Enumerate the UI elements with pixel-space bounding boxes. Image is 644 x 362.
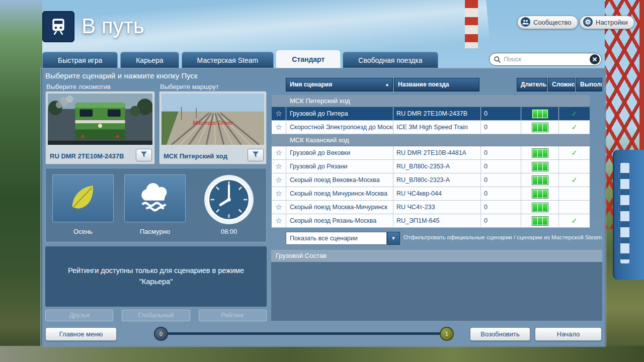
scenario-slider-track[interactable] xyxy=(162,332,446,335)
rating-button-1[interactable]: Друзья xyxy=(45,310,113,321)
tab-bar: Быстрая играКарьераМастерская SteamСтанд… xyxy=(42,50,438,68)
rating-notice-line2: "Карьера" xyxy=(139,277,173,288)
background-grass xyxy=(0,346,644,362)
difficulty-bars xyxy=(521,187,558,200)
consist-title: Грузовой Состав xyxy=(271,250,602,262)
slider-handle-max[interactable]: 1 xyxy=(440,327,454,341)
chevron-down-icon[interactable]: ▼ xyxy=(387,232,400,245)
tab-4[interactable]: Стандарт xyxy=(276,50,340,68)
duration-value: 0 xyxy=(480,121,521,134)
scenario-table-body: МСК Питерский ход☆Грузовой до ПитераRU D… xyxy=(272,95,590,228)
rating-button-3[interactable]: Рейтинг xyxy=(199,310,267,321)
route-thumbnail: Мастерс Driver xyxy=(162,94,264,145)
train-name: RU ЧС4т-233 xyxy=(393,201,480,214)
weather-label: Пасмурно xyxy=(124,228,186,235)
tab-2[interactable]: Карьера xyxy=(120,52,179,68)
favorite-star-icon[interactable]: ☆ xyxy=(272,160,286,173)
train-name: ICE 3M High Speed Train xyxy=(393,121,480,134)
scenario-name: Скорый поезд Москва-Мичуринск xyxy=(286,201,393,214)
completed-check-icon: ✓ xyxy=(558,146,590,159)
route-watermark: Мастерс Driver xyxy=(162,120,264,126)
weather-button[interactable] xyxy=(124,174,186,222)
header-duration[interactable]: Длительнос xyxy=(517,78,547,92)
favorite-star-icon[interactable]: ☆ xyxy=(272,107,286,120)
search-box xyxy=(489,53,602,66)
season-label: Осень xyxy=(52,228,114,235)
community-icon xyxy=(521,17,530,28)
rating-button-2[interactable]: Глобальный xyxy=(122,310,190,321)
scenario-row[interactable]: ☆Скорый поезд Рязань-МоскваRU_ЭП1М-6450✓ xyxy=(272,214,590,228)
scenario-row[interactable]: ☆Грузовой до РязаниRU_ВЛ80с-2353-А0 xyxy=(272,160,590,173)
start-button[interactable]: Начало xyxy=(535,327,602,341)
tab-5[interactable]: Свободная поездка xyxy=(343,52,438,68)
train-name: RU ЧС4квр-044 xyxy=(393,187,480,200)
header-scenario-name[interactable]: ▲ Имя сценария xyxy=(286,78,393,92)
instruction-text: Выберите сценарий и нажмите кнопку Пуск xyxy=(45,71,198,80)
duration-value: 0 xyxy=(480,107,521,120)
rating-notice: Рейтинги доступны только для сценариев в… xyxy=(45,246,267,307)
header-train-name[interactable]: Название поезда xyxy=(394,78,479,92)
difficulty-bars xyxy=(521,201,558,214)
background-forest xyxy=(0,0,42,362)
scenario-row[interactable]: ☆Скорый поезд Мичуринск-МоскваRU ЧС4квр-… xyxy=(272,187,590,201)
slider-handle-min[interactable]: 0 xyxy=(154,327,168,341)
scenario-row[interactable]: ☆Грузовой до ПитераRU DMR 2TE10M-2437B0✓ xyxy=(272,107,590,121)
difficulty-bars xyxy=(521,121,558,134)
difficulty-bars xyxy=(521,160,558,173)
difficulty-bars xyxy=(521,173,558,187)
difficulty-bars xyxy=(521,214,558,227)
scenario-row[interactable]: ☆Скоростной Электропоезд до МосквыICE 3M… xyxy=(272,121,590,134)
route-picker[interactable]: Мастерс Driver МСК Питерский ход xyxy=(159,91,267,164)
train-name: RU_ВЛ80с-2353-А xyxy=(393,160,480,173)
resume-button[interactable]: Возобновить xyxy=(470,327,530,341)
cloud-icon xyxy=(135,183,175,214)
favorite-star-icon[interactable]: ☆ xyxy=(272,214,286,227)
scenario-group-header: МСК Казанский ход xyxy=(272,134,590,146)
scenario-filter-dropdown[interactable]: Показать все сценарии xyxy=(286,232,387,245)
duration-value: 0 xyxy=(480,173,521,187)
consist-body xyxy=(271,262,602,321)
search-clear-icon[interactable] xyxy=(590,54,600,64)
train-logo-icon xyxy=(42,11,74,42)
leaf-icon xyxy=(66,181,100,216)
favorite-star-icon[interactable]: ☆ xyxy=(272,201,286,214)
community-button[interactable]: Сообщество xyxy=(517,16,578,29)
tab-3[interactable]: Мастерская Steam xyxy=(182,52,274,68)
scenario-row[interactable]: ☆Грузовой до ВековкиRU DMR 2TE10B-4481A0… xyxy=(272,146,590,160)
header-completed[interactable]: Выполнено xyxy=(576,78,602,92)
route-label: Выберите маршрут xyxy=(160,83,219,90)
scenario-row[interactable]: ☆Скорый поезд Вековка-МоскваRU_ВЛ80с-232… xyxy=(272,173,590,187)
time-button[interactable] xyxy=(203,173,255,226)
season-button[interactable] xyxy=(52,174,114,222)
clock-icon xyxy=(203,219,255,227)
duration-value: 0 xyxy=(480,214,521,227)
locomotive-thumbnail xyxy=(48,94,152,145)
train-name: RU_ЭП1М-645 xyxy=(393,214,480,227)
search-input[interactable] xyxy=(504,56,590,63)
duration-value: 0 xyxy=(480,201,521,214)
favorite-star-icon[interactable]: ☆ xyxy=(272,187,286,200)
main-menu-button[interactable]: Главное меню xyxy=(45,327,117,341)
header-scenario-name-label: Имя сценария xyxy=(290,81,332,88)
difficulty-bars xyxy=(521,146,558,159)
favorite-star-icon[interactable]: ☆ xyxy=(272,173,286,187)
tab-1[interactable]: Быстрая игра xyxy=(42,52,118,68)
duration-value: 0 xyxy=(480,187,521,200)
settings-button[interactable]: Настройки xyxy=(580,16,634,29)
scenario-name: Скорый поезд Мичуринск-Москва xyxy=(286,187,393,200)
locomotive-picker[interactable]: RU DMR 2TE10M-2437B xyxy=(45,91,155,164)
route-filter-button[interactable] xyxy=(248,149,264,161)
filter-hint-text: Отфильтровать официальные сценарии / сце… xyxy=(403,234,602,240)
scenario-row[interactable]: ☆Скорый поезд Москва-МичуринскRU ЧС4т-23… xyxy=(272,201,590,214)
page-title: В путь xyxy=(82,14,144,38)
favorite-star-icon[interactable]: ☆ xyxy=(272,121,286,134)
favorite-star-icon[interactable]: ☆ xyxy=(272,146,286,159)
background-train xyxy=(613,150,644,280)
locomotive-filter-button[interactable] xyxy=(136,149,152,161)
locomotive-name: RU DMR 2TE10M-2437B xyxy=(50,152,124,160)
completed-check-icon: ✓ xyxy=(558,121,590,134)
header-difficulty[interactable]: Сложность xyxy=(548,78,575,92)
scenario-group-header: МСК Питерский ход xyxy=(272,95,590,107)
completed-check-icon xyxy=(558,187,590,200)
settings-button-label: Настройки xyxy=(596,19,628,26)
